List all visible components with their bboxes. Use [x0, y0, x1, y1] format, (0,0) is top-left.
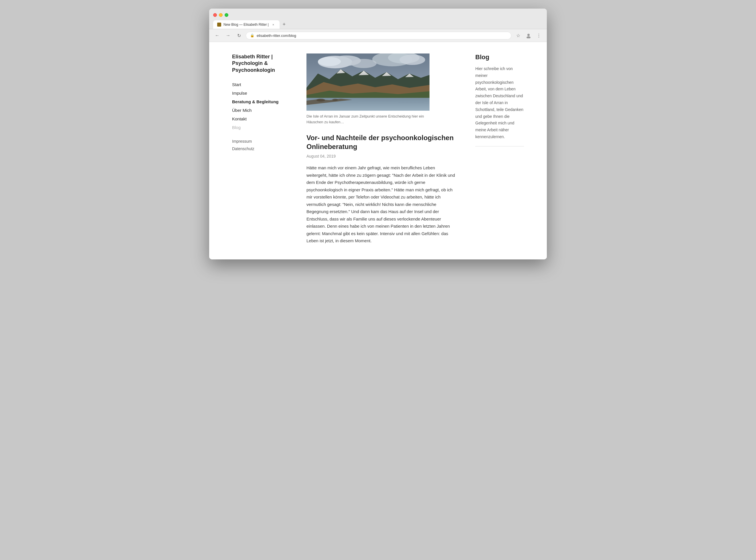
close-button[interactable]	[213, 13, 217, 17]
browser-tab[interactable]: New Blog — Elisabeth Ritter | ×	[213, 20, 279, 29]
svg-point-8	[400, 55, 425, 65]
address-bar[interactable]: 🔒 elisabeth-ritter.com/blog	[246, 32, 511, 39]
nav-item-kontakt[interactable]: Kontakt	[232, 116, 287, 122]
post-date: August 04, 2019	[307, 154, 455, 158]
blog-sidebar-title: Blog	[475, 54, 524, 61]
svg-point-9	[351, 59, 376, 68]
sidebar: Elisabeth Ritter | Psychologin & Psychoo…	[232, 54, 295, 244]
nav-link-kontakt[interactable]: Kontakt	[232, 116, 247, 121]
lock-icon: 🔒	[250, 34, 254, 38]
sidebar-divider	[475, 146, 524, 146]
nav-item-impulse[interactable]: Impulse	[232, 91, 287, 96]
forward-button[interactable]: →	[224, 32, 232, 39]
post-title: Vor- und Nachteile der psychoonkologisch…	[307, 133, 455, 151]
nav-secondary: Impressum Datenschutz	[232, 139, 287, 151]
blog-image-wrapper: Die Isle of Arran im Januar zum Zeitpunk…	[307, 54, 455, 125]
nav-item-impressum[interactable]: Impressum	[232, 139, 287, 144]
new-tab-button[interactable]: +	[280, 20, 288, 28]
main-content: Die Isle of Arran im Januar zum Zeitpunk…	[295, 54, 467, 244]
nav-link-impulse[interactable]: Impulse	[232, 91, 247, 96]
nav-item-blog[interactable]: Blog	[232, 125, 287, 130]
reload-button[interactable]: ↻	[235, 32, 243, 39]
post-body: Hätte man mich vor einem Jahr gefragt, w…	[307, 164, 455, 244]
nav-link-start[interactable]: Start	[232, 82, 241, 87]
nav-link-beratung[interactable]: Beratung & Begleitung	[232, 99, 279, 104]
right-sidebar: Blog Hier schreibe ich von meiner psycho…	[467, 54, 524, 244]
page-content: Elisabeth Ritter | Psychologin & Psychoo…	[209, 42, 547, 259]
nav-item-beratung[interactable]: Beratung & Begleitung	[232, 99, 287, 104]
back-button[interactable]: ←	[213, 32, 221, 39]
url-text: elisabeth-ritter.com/blog	[257, 34, 296, 38]
tab-favicon	[217, 23, 221, 26]
svg-point-0	[527, 34, 530, 36]
tab-close-button[interactable]: ×	[271, 22, 275, 27]
nav-menu: Start Impulse Beratung & Begleitung Über…	[232, 82, 287, 130]
nav-link-impressum[interactable]: Impressum	[232, 139, 252, 144]
nav-link-blog[interactable]: Blog	[232, 125, 241, 130]
svg-point-23	[316, 99, 325, 102]
tab-title: New Blog — Elisabeth Ritter |	[224, 23, 269, 26]
svg-point-24	[332, 99, 338, 101]
nav-link-ueber[interactable]: Über Mich	[232, 108, 252, 113]
menu-button[interactable]: ⋮	[535, 32, 543, 39]
nav-item-ueber[interactable]: Über Mich	[232, 108, 287, 113]
maximize-button[interactable]	[225, 13, 228, 17]
nav-item-datenschutz[interactable]: Datenschutz	[232, 146, 287, 151]
site-title: Elisabeth Ritter | Psychologin & Psychoo…	[232, 54, 287, 74]
nav-item-start[interactable]: Start	[232, 82, 287, 87]
svg-point-5	[318, 57, 341, 66]
svg-point-1	[526, 36, 530, 38]
blog-hero-image	[307, 54, 429, 111]
profile-button[interactable]	[524, 32, 532, 39]
minimize-button[interactable]	[219, 13, 222, 17]
blog-sidebar-text: Hier schreibe ich von meiner psychoonkol…	[475, 65, 524, 140]
nav-link-datenschutz[interactable]: Datenschutz	[232, 146, 254, 151]
bookmark-button[interactable]: ☆	[514, 32, 522, 39]
image-caption: Die Isle of Arran im Januar zum Zeitpunk…	[307, 114, 429, 125]
